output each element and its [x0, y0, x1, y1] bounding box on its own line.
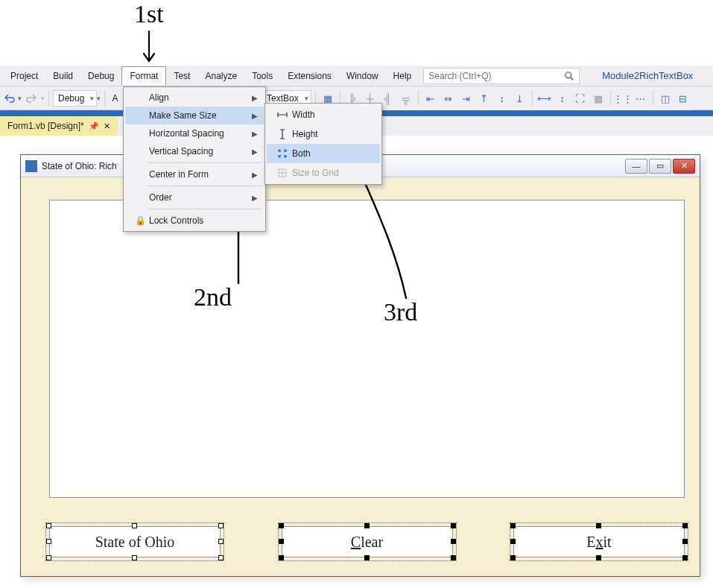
minimize-button[interactable]: — [625, 159, 647, 174]
designer-surface[interactable]: State of Ohio: Rich — ▭ ✕ State of Ohio [0, 136, 713, 588]
button-label: Exit [586, 534, 611, 551]
control-dropdown-label: TextBox [267, 93, 299, 104]
chevron-down-icon[interactable]: ▾ [97, 95, 101, 102]
separator [610, 91, 611, 106]
search-input[interactable]: Search (Ctrl+Q) [423, 68, 580, 84]
align-rights-icon[interactable]: ⇥ [458, 90, 475, 107]
maximize-button[interactable]: ▭ [649, 159, 671, 174]
submenu-height[interactable]: Height [267, 124, 380, 144]
resize-handle[interactable] [451, 539, 456, 544]
menu-analyze[interactable]: Analyze [197, 67, 244, 85]
resize-handle[interactable] [451, 523, 456, 528]
resize-handle[interactable] [46, 555, 51, 560]
align-middles-icon[interactable]: ↕ [494, 90, 510, 107]
submenu-both[interactable]: Both [267, 144, 380, 163]
size-to-grid-icon[interactable]: ▦ [590, 90, 606, 107]
resize-handle[interactable] [510, 523, 516, 528]
resize-handle[interactable] [682, 539, 688, 544]
chevron-down-icon[interactable]: ▾ [18, 95, 22, 102]
resize-handle[interactable] [364, 555, 370, 560]
resize-handle[interactable] [218, 539, 224, 544]
resize-handle[interactable] [279, 523, 284, 528]
center-v-icon[interactable]: ⊟ [675, 90, 691, 107]
resize-handle[interactable] [510, 539, 516, 544]
resize-handle[interactable] [279, 539, 284, 544]
align-tops-icon[interactable]: ⤒ [476, 90, 492, 107]
menu-vertical-spacing[interactable]: Vertical Spacing▶ [125, 142, 264, 160]
button-state-of-ohio[interactable]: State of Ohio [49, 526, 221, 557]
tab-form1-design[interactable]: Form1.vb [Design]* 📌 ✕ [0, 116, 118, 136]
search-icon [564, 71, 574, 81]
both-icon [273, 148, 292, 159]
chevron-down-icon: ▾ [41, 95, 45, 102]
menu-test[interactable]: Test [166, 67, 197, 85]
separator [148, 162, 262, 163]
center-h-icon[interactable]: ◫ [657, 90, 674, 107]
format-menu-dropdown: Align▶ Make Same Size▶ Horizontal Spacin… [123, 86, 266, 232]
arrow-1st [138, 30, 160, 67]
same-size-icon[interactable]: ⛶ [572, 90, 589, 107]
resize-handle[interactable] [364, 523, 370, 528]
undo-split-button[interactable] [1, 90, 18, 107]
menu-debug[interactable]: Debug [80, 67, 121, 85]
richtextbox-control[interactable] [49, 200, 685, 498]
resize-handle[interactable] [682, 555, 688, 560]
menu-bar: Project Build Debug Format Test Analyze … [0, 66, 713, 86]
resize-handle[interactable] [682, 523, 688, 528]
menu-lock-controls[interactable]: 🔒Lock Controls [125, 212, 264, 230]
resize-handle[interactable] [218, 555, 224, 560]
chevron-right-icon: ▶ [252, 94, 258, 102]
menu-make-same-size[interactable]: Make Same Size▶ [125, 107, 264, 124]
resize-handle[interactable] [218, 523, 224, 528]
align-bottoms-icon[interactable]: ⤓ [512, 90, 528, 107]
menu-align[interactable]: Align▶ [125, 89, 264, 107]
menu-help[interactable]: Help [386, 67, 419, 85]
menu-tools[interactable]: Tools [244, 67, 280, 85]
resize-handle[interactable] [46, 539, 51, 544]
pin-icon[interactable]: 📌 [89, 121, 99, 131]
form-preview[interactable]: State of Ohio: Rich — ▭ ✕ State of Ohio [20, 154, 700, 577]
width-icon [273, 109, 292, 121]
close-button[interactable]: ✕ [673, 159, 695, 174]
align-centers-icon[interactable]: ⇔ [440, 90, 457, 107]
resize-handle[interactable] [279, 555, 284, 560]
align-top-icon[interactable]: ╦ [398, 90, 414, 107]
hspace-equal-icon[interactable]: ⋮⋮ [615, 90, 631, 107]
resize-handle[interactable] [596, 555, 601, 560]
menu-center-in-form[interactable]: Center in Form▶ [125, 165, 264, 183]
config-dropdown[interactable]: Debug [53, 90, 97, 107]
redo-button[interactable] [23, 90, 39, 107]
menu-build[interactable]: Build [45, 67, 80, 85]
resize-handle[interactable] [132, 555, 137, 560]
menu-project[interactable]: Project [3, 67, 45, 85]
resize-handle[interactable] [596, 523, 601, 528]
align-lefts-icon[interactable]: ⇤ [422, 90, 439, 107]
separator [148, 209, 262, 209]
resize-handle[interactable] [46, 523, 51, 528]
menu-extensions[interactable]: Extensions [280, 67, 339, 85]
menu-format[interactable]: Format [121, 66, 166, 85]
chevron-right-icon: ▶ [252, 148, 258, 156]
chevron-right-icon: ▶ [252, 112, 258, 120]
form-title-text: State of Ohio: Rich [42, 161, 117, 171]
truncated-label: A [109, 93, 121, 104]
resize-handle[interactable] [451, 555, 456, 560]
button-label: Clear [351, 534, 383, 551]
vspace-equal-icon[interactable]: ⋯ [633, 90, 649, 107]
button-clear[interactable]: Clear [282, 526, 453, 557]
menu-window[interactable]: Window [339, 67, 386, 85]
submenu-width[interactable]: Width [267, 105, 380, 124]
resize-handle[interactable] [510, 555, 516, 560]
tab-label: Form1.vb [Design]* [7, 121, 84, 131]
menu-order[interactable]: Order▶ [125, 189, 264, 206]
resize-handle[interactable] [132, 523, 137, 528]
height-icon [273, 128, 292, 140]
same-width-icon[interactable]: ⟷ [536, 90, 553, 107]
separator [532, 91, 533, 106]
chevron-right-icon: ▶ [252, 130, 258, 138]
form-icon [25, 160, 37, 172]
menu-horizontal-spacing[interactable]: Horizontal Spacing▶ [125, 124, 264, 142]
close-icon[interactable]: ✕ [104, 121, 110, 131]
button-exit[interactable]: Exit [513, 526, 685, 557]
same-height-icon[interactable]: ↕ [554, 90, 571, 107]
